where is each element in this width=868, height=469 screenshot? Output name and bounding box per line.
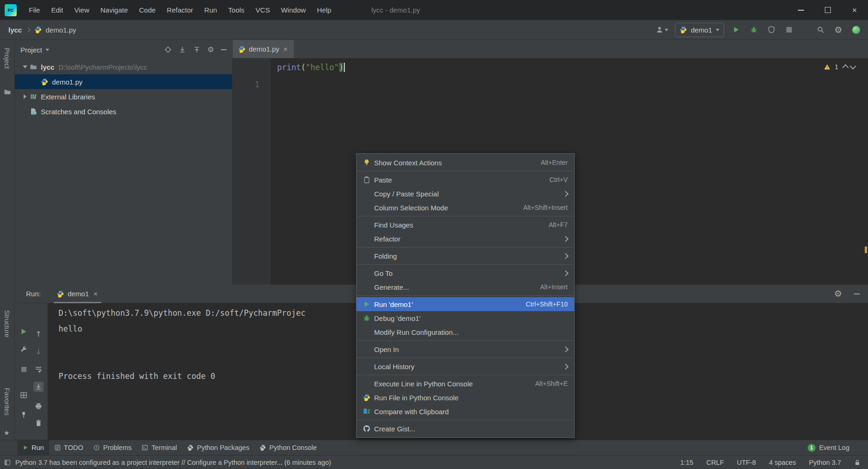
menu-edit[interactable]: Edit	[45, 0, 69, 20]
down-stacktrace-button[interactable]: ↓	[33, 347, 44, 357]
customize-button[interactable]	[19, 345, 29, 355]
toolwindow-button-python-console[interactable]: Python Console	[254, 440, 322, 455]
maximize-button[interactable]	[814, 0, 841, 20]
stop-process-button[interactable]	[19, 364, 29, 374]
toolwindow-button-todo[interactable]: TODO	[49, 440, 89, 455]
up-stacktrace-button[interactable]: ↑	[33, 329, 44, 339]
menu-file[interactable]: File	[23, 0, 45, 20]
menu-code[interactable]: Code	[133, 0, 161, 20]
close-button[interactable]	[841, 0, 868, 20]
toolwindow-button-python-packages[interactable]: Python Packages	[182, 440, 254, 455]
gear-icon[interactable]: ⚙	[834, 289, 842, 298]
indent-widget[interactable]: 4 spaces	[769, 459, 796, 466]
menu-item-compare-with-clipboard[interactable]: Compare with Clipboard	[356, 404, 574, 418]
menu-item-run-demo1[interactable]: Run 'demo1' Ctrl+Shift+F10	[356, 297, 574, 311]
menu-item-paste[interactable]: Paste Ctrl+V	[356, 173, 574, 187]
breadcrumb-file[interactable]: demo1.py	[45, 26, 76, 34]
project-panel-title[interactable]: Project	[20, 46, 42, 54]
menu-tools[interactable]: Tools	[223, 0, 250, 20]
pin-tab-button[interactable]	[19, 410, 29, 420]
next-problem-icon[interactable]	[850, 63, 856, 70]
stop-button[interactable]	[784, 24, 795, 35]
tool-stripe-structure[interactable]: Structure	[3, 310, 11, 338]
tool-stripe-project[interactable]: Project	[3, 48, 11, 69]
status-message[interactable]: Python 3.7 has been configured as a proj…	[15, 459, 331, 466]
scrollbar-warning-mark[interactable]	[865, 247, 867, 253]
menu-item-local-history[interactable]: Local History	[356, 359, 574, 373]
breadcrumb-project[interactable]: lycc	[8, 26, 22, 34]
tree-row-scratches[interactable]: Scratches and Consoles	[15, 104, 232, 119]
previous-problem-icon[interactable]	[842, 64, 849, 71]
menu-item-go-to[interactable]: Go To	[356, 266, 574, 280]
menu-item-generate[interactable]: Generate... Alt+Insert	[356, 280, 574, 294]
code-with-me-icon	[852, 26, 860, 34]
menu-item-open-in[interactable]: Open In	[356, 342, 574, 356]
code-line-1[interactable]: print("hello")	[277, 61, 345, 73]
menu-vcs[interactable]: VCS	[250, 0, 276, 20]
menu-item-refactor[interactable]: Refactor	[356, 232, 574, 246]
menu-item-debug-demo1[interactable]: Debug 'demo1'	[356, 311, 574, 325]
menu-item-modify-run-configuration[interactable]: Modify Run Configuration...	[356, 325, 574, 339]
toolwindow-button-problems[interactable]: Problems	[88, 440, 136, 455]
menu-item-label: Find Usages	[374, 221, 413, 229]
user-account-button[interactable]	[656, 26, 668, 33]
print-button[interactable]	[33, 401, 44, 411]
soft-wrap-button[interactable]	[33, 364, 44, 374]
scroll-to-end-button[interactable]	[33, 382, 44, 392]
settings-button[interactable]: ⚙	[833, 24, 844, 35]
gear-icon[interactable]: ⚙	[207, 46, 214, 53]
expanded-caret-icon[interactable]	[23, 65, 27, 68]
menu-help[interactable]: Help	[311, 0, 337, 20]
toolwindow-button-terminal[interactable]: Terminal	[136, 440, 182, 455]
caret-position-widget[interactable]: 1:15	[680, 459, 693, 466]
restore-layout-button[interactable]	[19, 390, 29, 400]
run-tab-demo1[interactable]: demo1	[51, 285, 104, 303]
menu-item-show-context-actions[interactable]: Show Context Actions Alt+Enter	[356, 156, 574, 169]
editor-tab-demo1[interactable]: demo1.py	[233, 40, 294, 58]
lock-icon[interactable]	[854, 459, 861, 466]
menu-refactor[interactable]: Refactor	[161, 0, 199, 20]
rerun-button[interactable]	[19, 326, 29, 337]
collapse-all-icon[interactable]	[179, 46, 186, 53]
toolwindow-switcher-icon[interactable]	[4, 459, 11, 466]
run-tab-close-button[interactable]	[93, 291, 98, 297]
encoding-widget[interactable]: UTF-8	[737, 459, 756, 466]
tree-row-external-libraries[interactable]: External Libraries	[15, 89, 232, 104]
menu-window[interactable]: Window	[275, 0, 311, 20]
run-configuration-selector[interactable]: demo1	[675, 23, 724, 37]
hide-panel-icon[interactable]	[854, 293, 860, 294]
tab-close-button[interactable]	[283, 46, 288, 52]
menu-item-run-file-in-python-console[interactable]: Run File in Python Console	[356, 391, 574, 404]
menu-item-copy-paste-special[interactable]: Copy / Paste Special	[356, 187, 574, 201]
menu-item-folding[interactable]: Folding	[356, 249, 574, 263]
tool-stripe-favorites[interactable]: Favorites	[3, 388, 11, 416]
run-with-coverage-button[interactable]	[766, 24, 777, 35]
tree-row-project-root[interactable]: lycc D:\soft\PycharmProjects\lycc	[15, 59, 232, 74]
line-ending-widget[interactable]: CRLF	[706, 459, 724, 466]
favorites-star-icon[interactable]: ★	[4, 429, 10, 436]
run-console-output[interactable]: D:\soft\python3.7.9\python.exe D:/soft/P…	[58, 305, 305, 384]
menu-navigate[interactable]: Navigate	[95, 0, 133, 20]
clear-all-button[interactable]	[33, 418, 44, 428]
menu-item-create-gist[interactable]: Create Gist...	[356, 422, 574, 436]
menu-item-execute-line-in-python-console[interactable]: Execute Line in Python Console Alt+Shift…	[356, 377, 574, 391]
toolwindow-button-run[interactable]: Run	[18, 440, 49, 455]
project-stripe-folder-icon[interactable]	[4, 88, 11, 96]
minimize-button[interactable]	[787, 0, 814, 20]
hide-panel-icon[interactable]	[221, 49, 227, 50]
interpreter-widget[interactable]: Python 3.7	[809, 459, 841, 466]
close-icon	[851, 7, 858, 13]
collapsed-caret-icon[interactable]	[24, 94, 26, 99]
menu-view[interactable]: View	[69, 0, 95, 20]
run-button[interactable]	[731, 24, 742, 35]
code-with-me-button[interactable]	[850, 24, 862, 35]
menu-item-column-selection-mode[interactable]: Column Selection Mode Alt+Shift+Insert	[356, 201, 574, 215]
expand-all-icon[interactable]	[193, 46, 201, 53]
debug-button[interactable]	[748, 24, 759, 35]
search-everywhere-button[interactable]	[815, 24, 826, 35]
locate-file-icon[interactable]	[164, 46, 172, 53]
event-log-button[interactable]: 1 Event Log	[808, 444, 868, 452]
menu-item-find-usages[interactable]: Find Usages Alt+F7	[356, 218, 574, 232]
tree-row-demo1-file[interactable]: demo1.py	[15, 74, 232, 89]
menu-run[interactable]: Run	[199, 0, 223, 20]
